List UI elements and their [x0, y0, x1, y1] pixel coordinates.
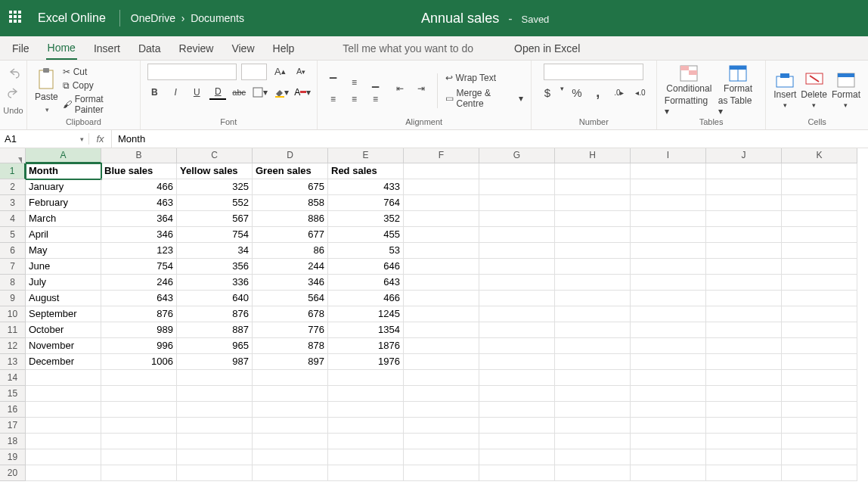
cell[interactable]: 677	[253, 227, 328, 243]
font-color-button[interactable]: A▾	[294, 85, 311, 100]
cell[interactable]	[706, 449, 782, 465]
cell[interactable]: 336	[177, 275, 253, 291]
cell[interactable]	[555, 211, 631, 227]
col-header-E[interactable]: E	[328, 148, 404, 163]
paste-button[interactable]: Paste	[35, 67, 58, 114]
cell[interactable]	[555, 465, 631, 481]
cell[interactable]: 1245	[328, 306, 404, 322]
cell[interactable]	[328, 386, 404, 402]
tab-review[interactable]: Review	[178, 38, 215, 59]
cell[interactable]	[404, 465, 479, 481]
row-header[interactable]: 17	[0, 418, 26, 434]
cell[interactable]: 754	[101, 259, 177, 275]
cell[interactable]	[782, 306, 857, 322]
cell[interactable]	[328, 370, 404, 386]
cell[interactable]	[26, 386, 101, 402]
cell[interactable]	[404, 259, 479, 275]
cell[interactable]	[26, 418, 101, 434]
cell[interactable]	[782, 243, 857, 259]
cell[interactable]	[404, 179, 479, 195]
cell[interactable]	[782, 354, 857, 370]
cell[interactable]	[782, 322, 857, 338]
cell[interactable]	[631, 449, 706, 465]
cell[interactable]	[706, 291, 782, 306]
col-header-A[interactable]: A	[26, 148, 101, 163]
doc-title[interactable]: Annual sales	[421, 11, 499, 26]
cell[interactable]	[479, 259, 555, 275]
row-header[interactable]: 13	[0, 354, 26, 370]
align-right-button[interactable]: ≡	[367, 92, 384, 107]
cell[interactable]: 1006	[101, 354, 177, 370]
cell[interactable]	[479, 370, 555, 386]
cell[interactable]	[479, 434, 555, 449]
cell[interactable]	[555, 275, 631, 291]
cell[interactable]	[631, 179, 706, 195]
cut-button[interactable]: ✂Cut	[63, 67, 132, 77]
cell[interactable]: 965	[177, 338, 253, 354]
cell[interactable]	[706, 243, 782, 259]
cell[interactable]	[782, 434, 857, 449]
cell[interactable]	[706, 195, 782, 211]
insert-cells-button[interactable]: Insert▾	[773, 73, 796, 109]
cell[interactable]: Red sales	[328, 163, 404, 179]
cell[interactable]: Green sales	[253, 163, 328, 179]
cell[interactable]: 876	[101, 306, 177, 322]
cell[interactable]	[404, 211, 479, 227]
cell[interactable]: May	[26, 243, 101, 259]
cell[interactable]	[479, 195, 555, 211]
cell[interactable]	[404, 338, 479, 354]
cell[interactable]	[479, 211, 555, 227]
cell[interactable]: 552	[177, 195, 253, 211]
cell[interactable]: 567	[177, 211, 253, 227]
cell[interactable]	[404, 354, 479, 370]
tab-help[interactable]: Help	[271, 38, 296, 59]
tab-file[interactable]: File	[11, 38, 31, 59]
cell[interactable]	[555, 227, 631, 243]
cell[interactable]: 246	[101, 275, 177, 291]
cell[interactable]	[26, 434, 101, 449]
cell[interactable]: 34	[177, 243, 253, 259]
increase-indent-button[interactable]: ⇥	[413, 81, 429, 96]
cell[interactable]: 646	[328, 259, 404, 275]
cell[interactable]	[555, 370, 631, 386]
cell[interactable]: 897	[253, 354, 328, 370]
wrap-text-button[interactable]: ↩Wrap Text	[445, 73, 523, 83]
undo-button[interactable]	[8, 67, 20, 79]
cell[interactable]	[631, 338, 706, 354]
cell[interactable]	[404, 195, 479, 211]
cell[interactable]	[631, 227, 706, 243]
cell[interactable]: 356	[177, 259, 253, 275]
cell[interactable]	[177, 386, 253, 402]
align-bottom-button[interactable]: ▁	[367, 75, 384, 90]
cell[interactable]: 640	[177, 291, 253, 306]
cell[interactable]	[101, 370, 177, 386]
italic-button[interactable]: I	[167, 85, 184, 100]
cell[interactable]: February	[26, 195, 101, 211]
merge-center-button[interactable]: ▭Merge & Centre ▾	[445, 88, 523, 109]
increase-decimal-button[interactable]: .0▸	[611, 85, 628, 100]
cell[interactable]	[479, 354, 555, 370]
cell[interactable]	[177, 465, 253, 481]
cell[interactable]	[706, 306, 782, 322]
cell[interactable]	[782, 227, 857, 243]
cell[interactable]	[101, 386, 177, 402]
number-format-select[interactable]	[544, 64, 643, 80]
format-as-table-button[interactable]: Formatas Table ▾	[718, 65, 758, 117]
cell[interactable]: 878	[253, 338, 328, 354]
cell[interactable]	[404, 402, 479, 418]
cell[interactable]	[555, 243, 631, 259]
cell[interactable]	[253, 386, 328, 402]
cell[interactable]	[177, 434, 253, 449]
name-box[interactable]: A1	[0, 133, 89, 145]
cell[interactable]: 364	[101, 211, 177, 227]
cell[interactable]	[177, 402, 253, 418]
redo-button[interactable]	[8, 86, 20, 98]
cell[interactable]: October	[26, 322, 101, 338]
row-header[interactable]: 20	[0, 465, 26, 481]
cell[interactable]	[706, 275, 782, 291]
cell[interactable]: 352	[328, 211, 404, 227]
row-header[interactable]: 15	[0, 386, 26, 402]
cell[interactable]: 433	[328, 179, 404, 195]
font-size-select[interactable]	[241, 64, 267, 80]
font-name-select[interactable]	[147, 64, 237, 80]
